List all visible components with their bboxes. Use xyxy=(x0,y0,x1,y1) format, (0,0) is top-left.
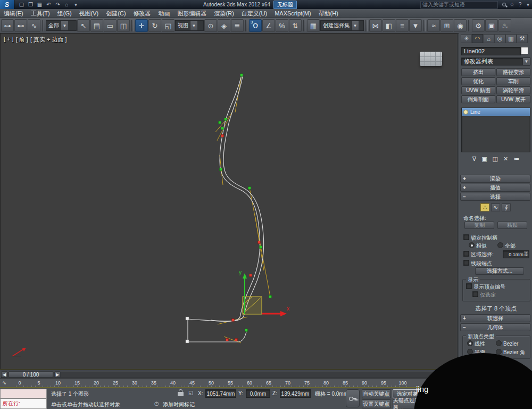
dropdown-arrow-icon[interactable]: ▼ xyxy=(61,21,68,30)
tab-display[interactable]: ▥ xyxy=(505,34,517,43)
modifier-stack[interactable]: Line xyxy=(461,108,530,152)
viewport[interactable]: [ + ] [ 前 ] [ 真实 + 边面 ] x xyxy=(0,33,458,370)
select-and-link-icon[interactable]: ⊶ xyxy=(1,19,14,32)
subobject-segment-icon[interactable]: ∿ xyxy=(491,203,500,211)
curve-editor-icon[interactable]: ≈ xyxy=(427,19,440,32)
align-icon[interactable]: ◧ xyxy=(383,19,395,32)
rollout-collapse-icon[interactable]: − xyxy=(463,194,466,200)
vertex-marker[interactable] xyxy=(245,329,248,332)
modifier-button[interactable]: 优化 xyxy=(461,77,495,85)
vertex-type-linear-radio[interactable] xyxy=(467,340,473,346)
absolute-offset-toggle-icon[interactable]: ◱ xyxy=(188,390,193,396)
rollout-soft-selection[interactable]: + 软选择 xyxy=(460,314,530,322)
previous-frame-arrow-icon[interactable]: ◀ xyxy=(1,371,7,378)
dropdown-arrow-icon[interactable]: ▼ xyxy=(190,21,197,30)
y-coord-field[interactable]: 0.0mm xyxy=(246,389,270,398)
vertex-marker[interactable] xyxy=(225,118,227,121)
subobject-vertex-icon[interactable]: ∴ xyxy=(480,203,489,211)
area-selection-checkbox[interactable] xyxy=(463,251,469,257)
spline-curve-inner[interactable] xyxy=(211,76,264,321)
titlebar-menu-icon[interactable]: ▾ xyxy=(524,1,532,8)
menu-graph-editors[interactable]: 图形编辑器 xyxy=(174,9,211,18)
named-selection-sets-dropdown[interactable]: 创建选择集 ▼ xyxy=(320,20,364,31)
vertex-marker[interactable] xyxy=(186,317,189,320)
rendered-frame-window-icon[interactable]: ▣ xyxy=(485,19,498,32)
qat-dropdown-icon[interactable]: ▾ xyxy=(72,1,80,8)
open-file-icon[interactable]: ❐ xyxy=(27,1,35,8)
show-end-result-icon[interactable]: ▣ xyxy=(481,156,487,162)
rollout-interpolation[interactable]: + 插值 xyxy=(460,184,530,192)
paste-button[interactable]: 粘贴 xyxy=(497,222,527,229)
rollout-collapse-icon[interactable]: − xyxy=(463,324,466,330)
select-and-rotate-icon[interactable]: ↻ xyxy=(148,19,161,32)
tab-create[interactable]: ✳ xyxy=(461,34,472,43)
select-object-icon[interactable]: ↖ xyxy=(77,19,90,32)
configure-modifier-sets-icon[interactable]: ≔ xyxy=(513,156,519,162)
next-frame-arrow-icon[interactable]: ▶ xyxy=(54,371,61,378)
mirror-icon[interactable]: ⋈ xyxy=(369,19,382,32)
menu-rendering[interactable]: 渲染(R) xyxy=(211,9,238,18)
modifier-button[interactable]: 倒角剖面 xyxy=(461,95,495,103)
bind-to-space-warp-icon[interactable]: ∿ xyxy=(28,19,40,32)
search-icon[interactable] xyxy=(500,1,508,8)
maxscript-listener-white[interactable]: 所在行: xyxy=(0,398,47,409)
vertex-marker[interactable] xyxy=(219,121,221,124)
area-threshold-spinner[interactable]: 0.1mm ▲▼ xyxy=(503,250,529,258)
material-editor-icon[interactable]: ◉ xyxy=(454,19,467,32)
modifier-button[interactable]: UVW 展开 xyxy=(496,95,530,103)
x-coord-field[interactable]: 1051.74mm xyxy=(205,389,236,398)
menu-maxscript[interactable]: MAXScript(M) xyxy=(271,9,314,18)
tab-hierarchy[interactable]: ⌂ xyxy=(483,34,494,43)
rollout-rendering[interactable]: + 渲染 xyxy=(460,175,530,183)
layer-manager-icon[interactable]: ≡ xyxy=(396,19,409,32)
redo-icon[interactable]: ↷ xyxy=(54,1,62,8)
mini-curve-editor-icon[interactable]: ∿ xyxy=(2,380,6,386)
vertex-marker[interactable] xyxy=(258,241,261,244)
alike-radio[interactable] xyxy=(469,242,475,248)
menu-create[interactable]: 创建(C) xyxy=(102,9,129,18)
show-vertex-numbers-checkbox[interactable] xyxy=(466,283,472,289)
select-and-manipulate-icon[interactable]: ◈ xyxy=(218,19,230,32)
new-scene-icon[interactable]: ▢ xyxy=(18,1,26,8)
vertex-marker[interactable] xyxy=(248,187,251,190)
rollout-expand-icon[interactable]: + xyxy=(463,176,466,182)
undo-icon[interactable]: ↶ xyxy=(45,1,53,8)
spinner-down-icon[interactable]: ▼ xyxy=(524,254,528,256)
bezier-handle[interactable] xyxy=(217,110,233,141)
dropdown-arrow-icon[interactable]: ▼ xyxy=(522,58,530,65)
rollout-selection[interactable]: − 选择 xyxy=(460,193,530,201)
use-pivot-point-icon[interactable]: ⊙ xyxy=(204,19,217,32)
snap-toggle-3d-icon[interactable]: Ω3 xyxy=(249,19,262,32)
trackbar[interactable]: ∿ 05101520253035404550556065707580859095… xyxy=(0,379,458,388)
schematic-view-icon[interactable]: ⊞ xyxy=(440,19,453,32)
selection-filter-dropdown[interactable]: 全部 ▼ xyxy=(46,20,77,31)
vertex-marker[interactable] xyxy=(250,274,252,277)
tab-utilities[interactable]: ⚒ xyxy=(517,34,528,43)
vertex-marker[interactable] xyxy=(221,135,224,137)
remove-modifier-icon[interactable]: ✕ xyxy=(503,156,508,162)
rollout-expand-icon[interactable]: + xyxy=(463,185,466,191)
menu-edit[interactable]: 编辑(E) xyxy=(0,9,27,18)
tab-modify[interactable]: ◠ xyxy=(472,34,483,43)
modifier-button[interactable]: UVW 贴图 xyxy=(461,86,495,94)
keyboard-override-icon[interactable]: ≣ xyxy=(231,19,244,32)
modifier-button[interactable]: 车削 xyxy=(496,77,530,85)
stack-item-line[interactable]: Line xyxy=(462,108,530,116)
rollout-geometry[interactable]: − 几何体 xyxy=(460,323,530,331)
copy-button[interactable]: 复制 xyxy=(464,222,494,229)
favorites-star-icon[interactable]: ☆ xyxy=(508,1,516,8)
time-slider-track[interactable] xyxy=(1,372,458,378)
vertex-marker[interactable] xyxy=(220,168,222,171)
set-keys-button[interactable] xyxy=(346,389,360,407)
modifier-button[interactable]: 路径变形 xyxy=(496,68,530,76)
menu-views[interactable]: 视图(V) xyxy=(76,9,103,18)
infocenter-search-input[interactable]: 键入关键字或短语 xyxy=(420,1,498,9)
all-radio[interactable] xyxy=(497,242,503,248)
selection-lock-icon[interactable] xyxy=(178,391,184,397)
ribbon-toggle-icon[interactable]: ▼ xyxy=(409,19,422,32)
vertex-marker[interactable] xyxy=(221,127,224,130)
app-logo[interactable]: S xyxy=(0,0,14,9)
make-unique-icon[interactable]: ◫ xyxy=(493,156,498,162)
select-by-name-icon[interactable]: ▤ xyxy=(90,19,103,32)
time-slider[interactable]: ◀ 0 / 100 ▶ xyxy=(0,370,458,379)
